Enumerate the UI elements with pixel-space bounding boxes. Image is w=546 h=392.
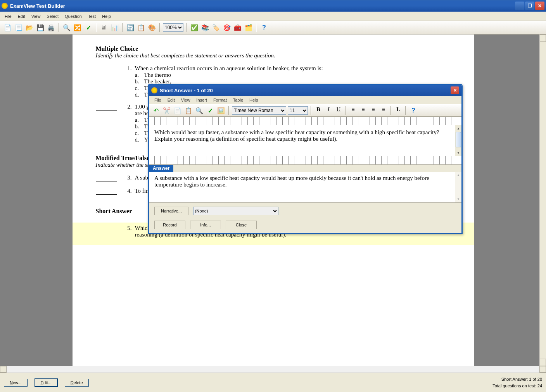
vertical-scrollbar[interactable] xyxy=(539,35,546,366)
close-button[interactable]: ✕ xyxy=(535,2,544,10)
narrative-button[interactable]: Narrative... xyxy=(154,207,188,215)
new-blank-icon[interactable]: 📃 xyxy=(14,23,23,32)
underline-button[interactable]: U xyxy=(334,107,343,114)
dialog-title-text: Short Answer - 1 of 20 xyxy=(160,88,451,93)
align-left-icon[interactable]: ≡ xyxy=(349,107,358,114)
help-icon[interactable]: ? xyxy=(409,106,418,115)
help-icon[interactable]: ? xyxy=(259,23,269,32)
new-button[interactable]: New... xyxy=(4,379,28,387)
info-button[interactable]: Info... xyxy=(190,221,221,229)
ruler-top[interactable] xyxy=(149,117,461,125)
question-scrollbar[interactable] xyxy=(455,125,461,156)
question-bank-icon[interactable]: 📚 xyxy=(200,23,210,32)
test-builder-icon[interactable]: 🧰 xyxy=(233,23,242,32)
menubar: File Edit View Select Question Test Help xyxy=(0,12,546,21)
objectives-icon[interactable]: 🎯 xyxy=(222,23,232,32)
stats-icon: 📊 xyxy=(110,23,119,32)
answer-text-area[interactable]: A substance with a low specific heat cap… xyxy=(149,172,461,203)
spellcheck-icon[interactable]: ✓ xyxy=(84,23,93,32)
copy-icon[interactable]: 📄 xyxy=(173,106,182,115)
record-button[interactable]: Record xyxy=(154,221,185,229)
standards-icon[interactable]: 🏷️ xyxy=(211,23,221,32)
find-icon[interactable]: 🔍 xyxy=(62,23,71,32)
menu-question[interactable]: Question xyxy=(62,13,85,20)
dlg-menu-edit[interactable]: Edit xyxy=(164,97,178,103)
spellcheck-icon[interactable]: ✓ xyxy=(206,106,215,115)
print-icon[interactable]: 🖨️ xyxy=(47,23,56,32)
status-info: Short Answer: 1 of 20 Total questions on… xyxy=(492,376,542,389)
dlg-menu-view[interactable]: View xyxy=(178,97,194,103)
refresh-icon[interactable]: 🔄 xyxy=(126,23,135,32)
dlg-menu-help[interactable]: Help xyxy=(246,97,261,103)
align-justify-icon[interactable]: ≡ xyxy=(379,107,388,114)
menu-select[interactable]: Select xyxy=(43,13,62,20)
delete-button[interactable]: Delete xyxy=(65,379,89,387)
insert-icon[interactable]: 🖼️ xyxy=(216,106,226,115)
zoom-control[interactable]: 100% xyxy=(163,23,183,32)
calculator-icon: 🖩 xyxy=(99,23,109,32)
dialog-menubar: File Edit View Insert Format Table Help xyxy=(149,96,461,104)
find-icon[interactable]: 🔍 xyxy=(195,106,204,115)
select-questions-icon[interactable]: ✅ xyxy=(190,23,199,32)
dialog-icon xyxy=(151,87,157,93)
dlg-menu-table[interactable]: Table xyxy=(230,97,246,103)
menu-view[interactable]: View xyxy=(28,13,44,20)
mc-sub: Identify the choice that best completes … xyxy=(96,52,454,59)
titlebar: ExamView Test Builder _ ❐ ✕ xyxy=(0,0,546,12)
narrative-select[interactable]: (None) xyxy=(193,207,278,215)
horizontal-scrollbar[interactable] xyxy=(0,366,546,373)
statusbar: New... Edit... Delete Short Answer: 1 of… xyxy=(0,373,546,392)
answer-label: Answer xyxy=(149,165,173,172)
edit-button[interactable]: Edit... xyxy=(35,378,58,387)
toolbar: 📄 📃 📂 💾 🖨️ 🔍 🔀 ✓ 🖩 📊 🔄 📋 🎨 100% ✅ 📚 🏷️ 🎯… xyxy=(0,21,546,35)
menu-file[interactable]: File xyxy=(2,13,15,20)
dlg-menu-file[interactable]: File xyxy=(151,97,164,103)
undo-icon[interactable]: ↶ xyxy=(151,106,161,115)
italic-button[interactable]: I xyxy=(324,107,333,114)
dialog-titlebar[interactable]: Short Answer - 1 of 20 ✕ xyxy=(149,85,461,96)
font-family-select[interactable]: Times New Roman xyxy=(232,106,286,115)
titlebar-text: ExamView Test Builder xyxy=(10,3,515,9)
color-icon[interactable]: 🎨 xyxy=(147,23,157,32)
align-right-icon[interactable]: ≡ xyxy=(369,107,378,114)
mc-heading: Multiple Choice xyxy=(96,45,454,52)
dialog-close-button[interactable]: ✕ xyxy=(451,86,459,94)
indent-icon[interactable]: L xyxy=(394,107,403,114)
app-icon xyxy=(2,3,8,9)
cut-icon[interactable]: ✂️ xyxy=(162,106,171,115)
maximize-button[interactable]: ❐ xyxy=(525,2,534,10)
minimize-button[interactable]: _ xyxy=(515,2,524,10)
menu-help[interactable]: Help xyxy=(99,13,114,20)
menu-edit[interactable]: Edit xyxy=(15,13,28,20)
paste-icon[interactable]: 📋 xyxy=(184,106,193,115)
dlg-menu-insert[interactable]: Insert xyxy=(193,97,210,103)
menu-test[interactable]: Test xyxy=(85,13,99,20)
short-answer-dialog: Short Answer - 1 of 20 ✕ File Edit View … xyxy=(148,84,463,234)
list-icon[interactable]: 📋 xyxy=(136,23,146,32)
bank-editor-icon[interactable]: 🗂️ xyxy=(244,23,253,32)
dialog-toolbar: ↶ ✂️ 📄 📋 🔍 ✓ 🖼️ Times New Roman 11 B I U… xyxy=(149,104,461,117)
save-icon[interactable]: 💾 xyxy=(36,23,45,32)
font-size-select[interactable]: 11 xyxy=(288,106,308,115)
dialog-close-btn[interactable]: Close xyxy=(226,221,257,229)
dlg-menu-format[interactable]: Format xyxy=(210,97,230,103)
new-test-icon[interactable]: 📄 xyxy=(3,23,12,32)
sort-icon[interactable]: 🔀 xyxy=(73,23,82,32)
question-text-area[interactable]: Which would heat up faster, a substance … xyxy=(149,125,461,156)
align-center-icon[interactable]: ≡ xyxy=(359,107,368,114)
ruler-bottom[interactable] xyxy=(149,156,461,165)
answer-scrollbar[interactable] xyxy=(455,172,461,202)
bold-button[interactable]: B xyxy=(314,107,323,114)
open-icon[interactable]: 📂 xyxy=(25,23,34,32)
